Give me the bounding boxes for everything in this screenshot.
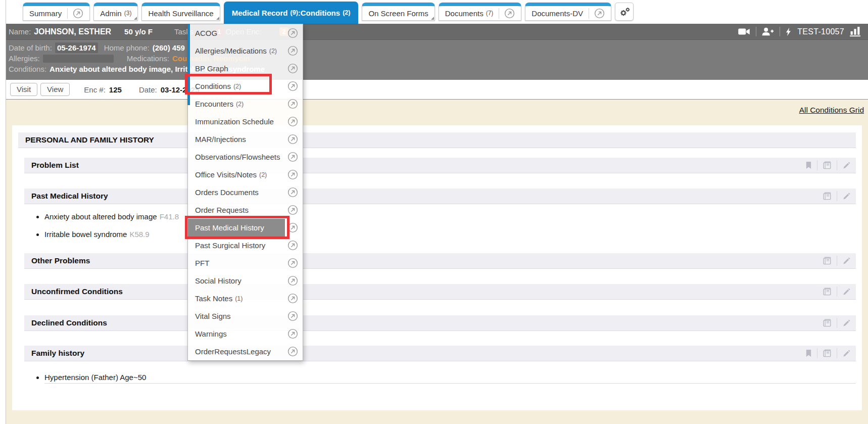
edit-icon[interactable] (842, 257, 851, 265)
lightning-icon[interactable] (786, 27, 791, 36)
open-new-window-button[interactable] (287, 275, 298, 286)
menu-item-allergies-medications[interactable]: Allergies/Medications(2) (188, 42, 303, 60)
open-new-window-button[interactable] (287, 187, 298, 198)
menu-item-past-surgical-history[interactable]: Past Surgical History (188, 237, 303, 254)
tab-documents[interactable]: Documents (7) (439, 3, 522, 21)
edit-icon[interactable] (842, 288, 851, 296)
section-other-problems: Other Problems (24, 253, 856, 269)
arrow-circle-icon (594, 8, 605, 19)
divider (837, 160, 837, 170)
menu-item-warnings[interactable]: Warnings (188, 325, 303, 343)
section-actions (805, 348, 851, 358)
notes-icon[interactable] (822, 349, 832, 357)
arrow-circle-icon (287, 81, 298, 91)
menu-item-orderrequestslegacy[interactable]: OrderRequestsLegacy (188, 343, 303, 360)
edit-icon[interactable] (842, 350, 851, 357)
date-label: Date: (139, 85, 157, 94)
notes-icon[interactable] (822, 288, 832, 296)
open-new-window-button[interactable] (589, 8, 605, 19)
section-declined-conditions: Declined Conditions (24, 315, 856, 331)
video-call-icon[interactable] (738, 28, 750, 35)
open-new-window-button[interactable] (287, 116, 298, 127)
menu-item-encounters[interactable]: Encounters(2) (188, 95, 303, 113)
open-new-window-button[interactable] (287, 63, 298, 74)
medications-label: Medications: (127, 53, 169, 64)
open-new-window-button[interactable] (287, 258, 298, 268)
open-new-window-button[interactable] (287, 240, 298, 251)
past-medical-history-items: Anxiety about altered body imageF41.8 Ir… (18, 212, 856, 239)
menu-item-label: Immunization Schedule (195, 117, 274, 126)
patient-name: JOHNSON, ESTHER (34, 27, 111, 36)
section-actions (822, 287, 851, 297)
open-new-window-button[interactable] (287, 328, 298, 339)
notes-icon[interactable] (822, 161, 832, 169)
open-new-window-button[interactable] (287, 134, 298, 145)
menu-item-vital-signs[interactable]: Vital Signs (188, 307, 303, 325)
menu-item-orders-documents[interactable]: Orders Documents (188, 183, 303, 201)
all-conditions-grid-link[interactable]: All Conditions Grid (799, 106, 864, 115)
menu-item-label: PFT (195, 259, 209, 267)
menu-item-pft[interactable]: PFT (188, 254, 303, 272)
arrow-circle-icon (287, 187, 298, 198)
redacted-allergies-value (43, 55, 114, 63)
chart-icon[interactable] (849, 26, 861, 37)
open-new-window-button[interactable] (287, 99, 298, 109)
menu-item-mar-injections[interactable]: MAR/Injections (188, 130, 303, 148)
menu-item-observations-flowsheets[interactable]: Observations/Flowsheets (188, 148, 303, 166)
open-new-window-button[interactable] (287, 81, 298, 91)
open-new-window-button[interactable] (287, 346, 298, 357)
open-new-window-button[interactable] (287, 205, 298, 215)
menu-item-label: Allergies/Medications (195, 46, 267, 55)
tab-health-surveillance[interactable]: Health Surveillance (141, 3, 220, 21)
edit-icon[interactable] (842, 162, 851, 169)
allergies-label: Allergies: (9, 53, 40, 64)
edit-icon[interactable] (842, 319, 851, 327)
menu-item-immunization-schedule[interactable]: Immunization Schedule (188, 113, 303, 130)
arrow-circle-icon (287, 275, 298, 286)
menu-item-label: ACOG (195, 29, 217, 37)
menu-item-label: Encounters (195, 100, 233, 108)
open-new-window-button[interactable] (287, 311, 298, 321)
arrow-circle-icon (73, 8, 83, 19)
menu-item-social-history[interactable]: Social History (188, 272, 303, 290)
main-tab-bar: Summary Admin (3) Health Surveillance Me… (6, 0, 868, 24)
tab-admin[interactable]: Admin (3) (93, 3, 138, 21)
open-new-window-button[interactable] (287, 169, 298, 180)
divider (837, 256, 837, 266)
open-new-window-button[interactable] (499, 8, 515, 19)
menu-item-label: Task Notes (195, 294, 232, 303)
open-new-window-button[interactable] (287, 28, 298, 38)
tab-summary[interactable]: Summary (23, 3, 90, 21)
settings-button[interactable] (615, 3, 634, 21)
notes-icon[interactable] (822, 257, 832, 265)
arrow-circle-icon (287, 311, 298, 321)
tab-count: (3) (124, 10, 132, 17)
menu-item-task-notes[interactable]: Task Notes(1) (188, 290, 303, 307)
menu-item-acog[interactable]: ACOG (188, 24, 303, 42)
add-person-icon[interactable] (762, 27, 774, 36)
tab-documents-dv[interactable]: Documents-DV (525, 3, 611, 21)
edit-icon[interactable] (842, 193, 851, 200)
notes-icon[interactable] (822, 319, 832, 327)
menu-item-label: OrderRequestsLegacy (195, 347, 271, 356)
tab-on-screen-forms[interactable]: On Screen Forms (362, 3, 435, 21)
section-title: PERSONAL AND FAMILY HISTORY (25, 135, 154, 145)
section-title: Declined Conditions (31, 318, 107, 327)
notes-icon[interactable] (822, 192, 832, 200)
dob-value: 05-26-1974 (55, 42, 98, 53)
open-new-window-button[interactable] (67, 8, 83, 19)
open-new-window-button[interactable] (287, 293, 298, 304)
bookmark-icon[interactable] (805, 349, 812, 357)
arrow-circle-icon (504, 8, 515, 19)
open-new-window-button[interactable] (287, 45, 298, 56)
patient-banner-details: Date of birth: 05-26-1974 Home phone: (2… (6, 40, 868, 74)
dob-label: Date of birth: (9, 42, 52, 53)
bookmark-icon[interactable] (805, 161, 812, 169)
menu-item-office-visits-notes[interactable]: Office Visits/Notes(2) (188, 166, 303, 183)
arrow-circle-icon (287, 134, 298, 145)
open-new-window-button[interactable] (287, 152, 298, 162)
tab-medical-record[interactable]: Medical Record (9) :Conditions (2) (224, 2, 359, 24)
visit-button[interactable]: Visit (10, 83, 37, 96)
view-button[interactable]: View (40, 83, 70, 96)
menu-item-label: Order Requests (195, 206, 249, 214)
